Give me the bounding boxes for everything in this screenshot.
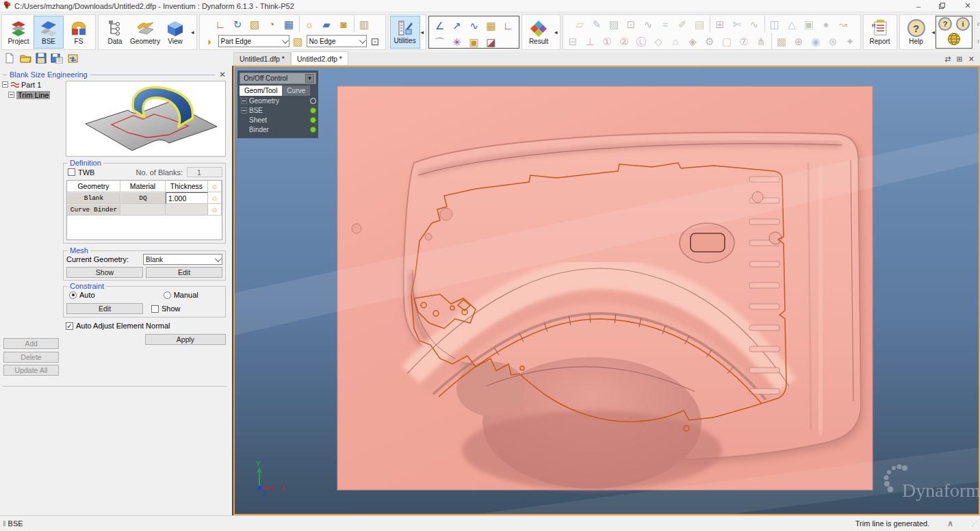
collapse-icon[interactable] — [241, 98, 247, 104]
tab-untitled1[interactable]: Untitled1.dfp * — [233, 52, 291, 65]
window-curve-icon[interactable]: ⊟ — [565, 33, 582, 49]
utilities-button[interactable]: Utilities — [390, 16, 420, 49]
curve-binder-cell[interactable]: Curve Binder — [67, 204, 120, 216]
star-tool-icon[interactable]: ✦ — [842, 33, 859, 49]
tab-untitled2[interactable]: Untitled2.dfp * — [291, 51, 348, 65]
tree-item-trimline[interactable]: Trim Line — [1, 90, 62, 100]
spline-curve-icon[interactable]: ∿ — [640, 16, 657, 32]
grid-tool-icon[interactable]: ▦ — [482, 17, 500, 34]
blank-stamp-icon[interactable]: ▤ — [691, 16, 708, 32]
display-bulb-icon[interactable]: ☼ — [211, 205, 218, 214]
close-icon[interactable]: ✕ — [955, 1, 980, 10]
solid-display-icon[interactable]: ▧ — [289, 33, 307, 49]
onoff-item-geometry[interactable]: Geometry — [240, 96, 316, 105]
blank-edit-icon[interactable]: ✎ — [589, 16, 606, 32]
coordinate-tool-icon[interactable]: ∟ — [500, 17, 517, 34]
view-collapse-arrow-icon[interactable]: ◂ — [190, 29, 195, 36]
current-geometry-select[interactable]: Blank — [143, 254, 222, 265]
twb-checkbox[interactable] — [68, 168, 75, 176]
minimize-icon[interactable]: – — [906, 2, 931, 10]
restore-icon[interactable] — [931, 0, 955, 12]
visibility-off-icon[interactable] — [310, 98, 316, 104]
layers-icon[interactable]: ▥ — [356, 16, 373, 32]
mesh-edit-button[interactable]: Edit — [146, 267, 222, 278]
distance-measure-icon[interactable]: ↗ — [448, 17, 465, 34]
view-button[interactable]: View — [160, 16, 190, 49]
frame-two-icon[interactable]: ② — [616, 33, 633, 49]
multi-curve-icon[interactable]: ≈ — [657, 16, 674, 32]
update-all-button[interactable]: Update All — [3, 365, 59, 376]
web-help-icon[interactable] — [947, 32, 961, 49]
statusbar-grip[interactable]: ‖ — [3, 519, 5, 528]
display-bulb-icon[interactable]: ☼ — [211, 193, 218, 203]
sphere-tool-icon[interactable]: ● — [818, 16, 835, 32]
spline-tool-icon[interactable]: ↝ — [835, 16, 852, 32]
rounded-blank-icon[interactable]: ▢ — [719, 33, 736, 49]
mesh-sphere-icon[interactable]: ⊛ — [825, 33, 842, 49]
onoff-item-bse[interactable]: BSE — [240, 106, 316, 115]
gear-circle-icon[interactable]: ⚙ — [701, 33, 719, 49]
seven-point-icon[interactable]: ⑦ — [736, 33, 753, 49]
collapse-icon[interactable] — [241, 107, 247, 114]
geometry-button[interactable]: Geometry — [130, 16, 160, 49]
rotate-view-icon[interactable]: ↻ — [229, 16, 246, 32]
hatch-tool-icon[interactable]: ▩ — [773, 33, 790, 49]
diamond-fill-icon[interactable]: ◈ — [684, 33, 701, 49]
mesh-show-button[interactable]: Show — [66, 267, 143, 278]
result-collapse-arrow-icon[interactable]: ◂ — [554, 29, 558, 36]
constraint-show-checkbox[interactable] — [151, 305, 159, 313]
scroll-right-icon[interactable]: › — [977, 36, 979, 46]
project-button[interactable]: Project — [3, 16, 34, 49]
fs-button[interactable]: FS — [64, 16, 94, 49]
visibility-on-icon[interactable] — [310, 107, 316, 114]
import-icon[interactable] — [66, 52, 79, 64]
curve-measure-icon[interactable]: ∿ — [465, 17, 482, 34]
help-button[interactable]: ? Help — [901, 16, 931, 49]
solid-edge-select[interactable]: No Edge — [307, 35, 367, 47]
tree-item-part1[interactable]: Part 1 — [1, 79, 62, 90]
utilities-collapse-arrow-icon[interactable]: ◂ — [420, 29, 425, 36]
zoom-window-icon[interactable]: ▦ — [281, 16, 298, 32]
select-grid-icon[interactable]: ⊞ — [712, 16, 729, 32]
light-control-icon[interactable]: ☼ — [301, 16, 318, 32]
iso-view-icon[interactable]: ▧ — [246, 16, 263, 32]
visibility-on-icon[interactable] — [310, 117, 316, 123]
mirror-pin-icon[interactable]: ⊥ — [582, 33, 599, 49]
mirror-tool-icon[interactable]: ◫ — [766, 16, 784, 32]
tile-windows-icon[interactable]: ⊞ — [957, 55, 963, 64]
curve-cut-icon[interactable]: ✄ — [729, 16, 746, 32]
tab-curve[interactable]: Curve — [282, 86, 310, 96]
axis-triad-icon[interactable]: ∟ — [212, 16, 229, 32]
arc-view-icon[interactable]: ◔ — [263, 16, 281, 32]
auto-adjust-checkbox[interactable]: ✓ — [66, 322, 73, 330]
new-file-icon[interactable] — [3, 52, 16, 64]
blank-outline-icon[interactable]: ▱ — [571, 16, 589, 32]
onoff-item-binder[interactable]: Binder — [240, 125, 316, 134]
blank-geometry-cell[interactable]: Blank — [67, 192, 120, 204]
shell-display-icon[interactable]: ◗ — [201, 33, 218, 49]
add-button[interactable]: Add — [3, 338, 59, 349]
expand-status-icon[interactable]: ∧ — [947, 519, 953, 528]
section-cut-icon[interactable]: ◪ — [482, 34, 500, 50]
surface-points-icon[interactable]: ⊡ — [623, 16, 640, 32]
identify-node-icon[interactable]: ✳ — [448, 34, 465, 50]
eraser-icon[interactable]: ▰ — [318, 16, 335, 32]
save-as-icon[interactable] — [50, 52, 64, 64]
tip-tool-icon[interactable]: ◇ — [650, 33, 667, 49]
resize-grip-icon[interactable]: ⋰ — [971, 520, 977, 527]
lens-tool-icon[interactable]: ◉ — [808, 33, 825, 49]
model-canvas[interactable]: Y X Z Dynaform — [235, 67, 979, 514]
apply-button[interactable]: Apply — [145, 334, 226, 345]
frame-one-icon[interactable]: ① — [599, 33, 616, 49]
delete-button[interactable]: Delete — [3, 352, 59, 363]
fork-tool-icon[interactable]: ⋔ — [753, 33, 770, 49]
blanks-count-field[interactable]: 1 — [187, 167, 222, 177]
swap-windows-icon[interactable]: ⇄ — [944, 55, 951, 64]
scroll-left-icon[interactable]: ‹ — [977, 18, 979, 29]
manual-radio[interactable] — [164, 292, 171, 299]
panel-close-icon[interactable]: ✕ — [218, 70, 227, 79]
collapse-icon[interactable] — [8, 92, 14, 98]
area-measure-icon[interactable]: ▣ — [465, 34, 482, 50]
solid-fill-icon[interactable]: ▣ — [801, 16, 818, 32]
radius-measure-icon[interactable]: ⌒ — [431, 34, 448, 50]
